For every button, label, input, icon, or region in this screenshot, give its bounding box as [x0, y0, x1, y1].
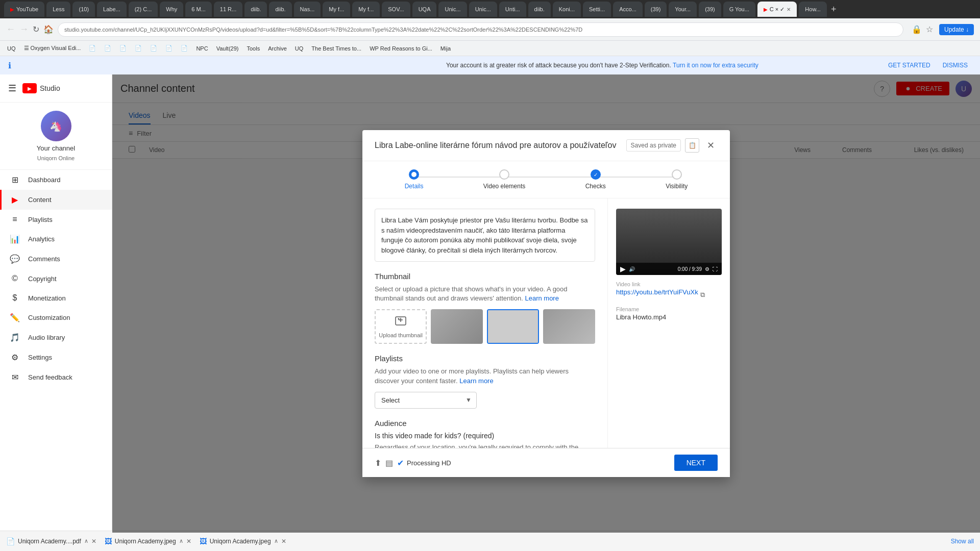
browser-tab-2[interactable]: Less: [46, 2, 70, 17]
browser-tab-8[interactable]: 11 R...: [214, 2, 242, 17]
browser-tab-active[interactable]: ▶ C × ✓ ✕: [757, 2, 797, 17]
bookmark-4[interactable]: 📄: [132, 44, 145, 53]
sidebar-item-settings[interactable]: ⚙ Settings: [0, 347, 112, 367]
sidebar-item-copyright[interactable]: © Copyright: [0, 269, 112, 288]
bookmark-best-times[interactable]: The Best Times to...: [308, 44, 364, 53]
settings-icon-video[interactable]: ⚙: [705, 266, 709, 272]
browser-tab-7[interactable]: 6 M...: [185, 2, 212, 17]
browser-tab-4[interactable]: Labe...: [97, 2, 127, 17]
bookmark-2[interactable]: 📄: [101, 44, 114, 53]
bookmark-7[interactable]: 📄: [178, 44, 191, 53]
browser-tab-5[interactable]: (2) C...: [129, 2, 158, 17]
copy-link-button[interactable]: ⧉: [700, 291, 705, 299]
browser-tab-22[interactable]: Acco...: [613, 2, 643, 17]
downloads-bar: 📄 Uniqorn Academy....pdf ∧ ✕ 🖼 Uniqorn A…: [0, 531, 980, 551]
sidebar-item-monetization[interactable]: $ Monetization: [0, 288, 112, 308]
browser-tab-11[interactable]: Nas...: [294, 2, 321, 17]
bookmark-uq[interactable]: UQ: [4, 44, 19, 53]
browser-tab-yt[interactable]: ▶ YouTube: [4, 2, 44, 17]
playlists-learn-more-link[interactable]: Learn more: [459, 377, 493, 385]
browser-tab-6[interactable]: Why: [160, 2, 183, 17]
monetization-label: Monetization: [28, 294, 66, 302]
browser-tab-12[interactable]: My f...: [323, 2, 350, 17]
thumbnail-option-2[interactable]: [487, 309, 539, 344]
bookmark-1[interactable]: 📄: [86, 44, 99, 53]
turn-on-link[interactable]: Turn it on now for extra security: [673, 62, 758, 69]
browser-tab-3[interactable]: (10): [72, 2, 95, 17]
bookmark-oxygen[interactable]: ☰ Oxygen Visual Edi...: [21, 44, 84, 53]
url-bar[interactable]: studio.youtube.com/channel/UCp_h2UKIjXXU…: [58, 22, 903, 37]
thumbnail-option-1[interactable]: [431, 309, 483, 344]
extensions-icon[interactable]: 🔒: [912, 24, 922, 34]
browser-tab-17[interactable]: Unic...: [469, 2, 497, 17]
browser-tab-20[interactable]: Koni...: [553, 2, 581, 17]
bookmark-red-reasons[interactable]: WP Red Reasons to Gi...: [366, 44, 435, 53]
playlists-section-desc: Add your video to one or more playlists.…: [375, 367, 595, 385]
subtitle-icon: ▤: [385, 458, 393, 468]
bookmark-archive[interactable]: Archive: [265, 44, 290, 53]
bookmark-5[interactable]: 📄: [147, 44, 160, 53]
sidebar-item-dashboard[interactable]: ⊞ Dashboard: [0, 170, 112, 190]
forward-button[interactable]: →: [19, 24, 29, 35]
browser-tab-15[interactable]: UQA: [412, 2, 437, 17]
thumbnail-upload-button[interactable]: Upload thumbnail: [375, 309, 427, 344]
browser-tab-19[interactable]: diib.: [528, 2, 551, 17]
studio-container: ☰ Studio 🦄 Your channel Uniqorn Online ⊞…: [0, 74, 980, 533]
status-check-icon: ✔: [397, 458, 404, 468]
browser-tab-28[interactable]: How...: [799, 2, 827, 17]
sidebar-item-comments[interactable]: 💬 Comments: [0, 249, 112, 269]
browser-tab-26[interactable]: G You...: [723, 2, 755, 17]
browser-tab-10[interactable]: diib.: [269, 2, 291, 17]
sidebar-item-analytics[interactable]: 📊 Analytics: [0, 229, 112, 249]
playlist-select[interactable]: Select New playlist...: [375, 392, 477, 409]
bookmark-icon[interactable]: ☆: [926, 24, 933, 34]
get-started-button[interactable]: GET STARTED: [884, 60, 935, 71]
sidebar-item-feedback[interactable]: ✉ Send feedback: [0, 367, 112, 387]
bookmark-mija[interactable]: Mija: [437, 44, 454, 53]
bookmark-npc[interactable]: NPC: [193, 44, 211, 53]
next-button[interactable]: NEXT: [674, 455, 718, 471]
hamburger-icon[interactable]: ☰: [8, 83, 16, 94]
footer-status: ✔ Processing HD: [397, 458, 451, 468]
download-close-2[interactable]: ✕: [186, 538, 191, 545]
browser-tab-14[interactable]: SOV...: [382, 2, 410, 17]
fullscreen-icon[interactable]: ⛶: [713, 266, 718, 272]
thumbnail-2-img: [488, 310, 538, 343]
bookmark-uq2[interactable]: UQ: [292, 44, 307, 53]
reload-button[interactable]: ↻: [33, 24, 39, 34]
browser-tab-16[interactable]: Unic...: [438, 2, 467, 17]
browser-tab-21[interactable]: Setti...: [583, 2, 611, 17]
home-button[interactable]: 🏠: [43, 24, 54, 34]
browser-tab-9[interactable]: diib.: [244, 2, 267, 17]
mute-icon[interactable]: 🔊: [629, 266, 635, 272]
download-close-1[interactable]: ✕: [91, 538, 96, 545]
download-close-3[interactable]: ✕: [281, 538, 286, 545]
thumbnail-option-3[interactable]: [543, 309, 595, 344]
description-text[interactable]: Libra Labe Vám poskytuje priestor pre Va…: [375, 209, 595, 262]
video-link-url[interactable]: https://youtu.be/trtYuiFVuXk: [616, 288, 698, 296]
bookmark-6[interactable]: 📄: [162, 44, 176, 53]
bookmark-vault[interactable]: Vault(29): [213, 44, 242, 53]
sidebar-item-audio[interactable]: 🎵 Audio library: [0, 328, 112, 347]
browser-tab-13[interactable]: My f...: [352, 2, 380, 17]
sidebar-item-customization[interactable]: ✏️ Customization: [0, 308, 112, 328]
step-details-circle: [409, 169, 419, 180]
update-button[interactable]: Update ↓: [939, 24, 974, 35]
back-button[interactable]: ←: [6, 24, 15, 35]
dismiss-button[interactable]: DISMISS: [939, 60, 972, 71]
close-dialog-button[interactable]: ✕: [703, 138, 718, 153]
bookmark-3[interactable]: 📄: [116, 44, 130, 53]
show-all-button[interactable]: Show all: [951, 538, 974, 545]
info-dialog-icon[interactable]: 📋: [685, 138, 699, 153]
bookmark-tools[interactable]: Tools: [243, 44, 263, 53]
thumbnail-learn-more-link[interactable]: Learn more: [525, 294, 558, 302]
sidebar-item-playlists[interactable]: ≡ Playlists: [0, 210, 112, 229]
browser-tab-24[interactable]: Your...: [669, 2, 697, 17]
browser-tab-23[interactable]: (39): [645, 2, 667, 17]
play-button[interactable]: ▶: [620, 265, 626, 273]
dialog-footer: ⬆ ▤ ✔ Processing HD NEXT: [362, 448, 730, 477]
browser-tab-25[interactable]: (39): [699, 2, 721, 17]
new-tab-button[interactable]: +: [831, 4, 837, 15]
browser-tab-18[interactable]: Unti...: [499, 2, 526, 17]
sidebar-item-content[interactable]: ▶ Content: [0, 190, 112, 210]
